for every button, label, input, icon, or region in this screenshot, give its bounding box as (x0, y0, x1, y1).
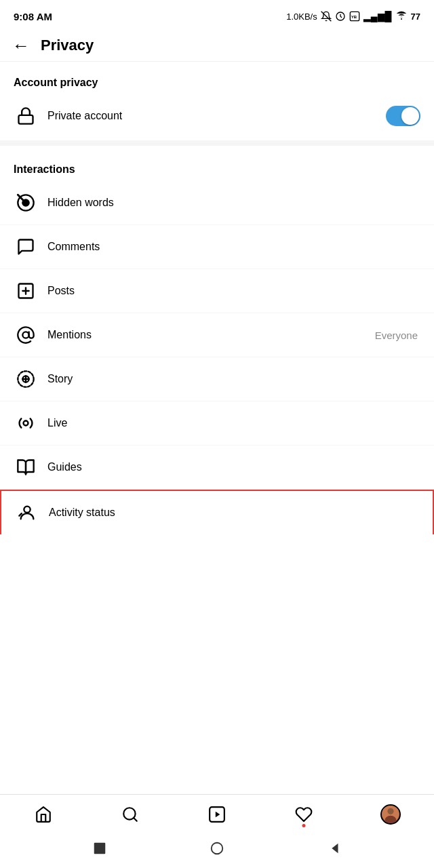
alarm-icon (335, 11, 346, 22)
activity-status-label: Activity status (49, 507, 419, 519)
network-speed: 1.0KB/s (286, 12, 317, 22)
sys-nav-circle[interactable] (210, 841, 224, 856)
hidden-words-item[interactable]: Hidden words (0, 181, 434, 225)
comments-label: Comments (47, 241, 420, 253)
live-item[interactable]: Live (0, 401, 434, 446)
nav-home[interactable] (26, 802, 60, 827)
svg-point-28 (212, 843, 223, 854)
svg-point-17 (24, 421, 28, 426)
header: ← Privacy (0, 30, 434, 62)
sys-nav-back[interactable] (327, 841, 342, 856)
svg-text:YB: YB (351, 15, 357, 19)
private-account-item[interactable]: Private account (0, 94, 434, 138)
search-icon (120, 804, 140, 825)
posts-item[interactable]: Posts (0, 269, 434, 313)
toggle-switch[interactable] (386, 106, 420, 126)
back-button[interactable]: ← (12, 37, 30, 54)
profile-avatar (380, 804, 401, 825)
posts-icon (14, 279, 38, 303)
content: Account privacy Private account Interact… (0, 62, 434, 794)
interactions-section: Interactions Hidden words Comments (0, 149, 434, 534)
status-time: 9:08 AM (14, 11, 52, 22)
comments-icon (14, 235, 38, 259)
guides-label: Guides (47, 461, 420, 473)
heart-icon (294, 804, 314, 825)
svg-point-25 (387, 808, 393, 814)
activity-status-item[interactable]: Activity status (0, 490, 434, 534)
svg-marker-29 (332, 844, 338, 854)
battery: 77 (411, 12, 420, 22)
bottom-nav (0, 794, 434, 831)
section-divider (0, 140, 434, 146)
account-privacy-label: Account privacy (0, 62, 434, 94)
private-account-toggle[interactable] (386, 106, 420, 126)
guides-icon (14, 455, 38, 479)
wifi-icon (395, 11, 408, 22)
silent-icon (321, 11, 332, 22)
svg-point-18 (24, 507, 30, 513)
svg-line-21 (134, 818, 137, 821)
status-bar: 9:08 AM 1.0KB/s YB ▂▄▆█ 77 (0, 0, 434, 30)
story-icon (14, 367, 38, 391)
guides-item[interactable]: Guides (0, 446, 434, 490)
sys-nav-square[interactable] (92, 841, 107, 856)
private-account-label: Private account (47, 110, 386, 122)
lock-icon (14, 104, 38, 128)
svg-line-0 (321, 12, 331, 22)
nav-reels[interactable] (200, 802, 234, 827)
page-title: Privacy (41, 37, 94, 54)
nav-activity[interactable] (287, 802, 321, 827)
mentions-label: Mentions (47, 329, 375, 341)
mentions-icon (14, 323, 38, 347)
posts-label: Posts (47, 285, 420, 297)
nav-profile[interactable] (374, 802, 408, 827)
mentions-value: Everyone (375, 330, 418, 341)
signal-bars: ▂▄▆█ (363, 11, 392, 22)
live-label: Live (47, 417, 420, 429)
hidden-words-label: Hidden words (47, 197, 420, 209)
home-icon (33, 804, 54, 825)
yt-icon: YB (349, 11, 360, 22)
activity-dot (302, 824, 306, 827)
comments-item[interactable]: Comments (0, 225, 434, 269)
system-nav-bar (0, 831, 434, 868)
svg-marker-23 (216, 812, 220, 818)
account-privacy-section: Account privacy Private account (0, 62, 434, 138)
activity-status-icon (15, 500, 39, 525)
story-item[interactable]: Story (0, 357, 434, 401)
reels-icon (207, 804, 227, 825)
status-right: 1.0KB/s YB ▂▄▆█ 77 (286, 11, 420, 22)
live-icon (14, 411, 38, 435)
interactions-label: Interactions (0, 149, 434, 181)
svg-rect-5 (19, 115, 33, 124)
nav-search[interactable] (113, 802, 147, 827)
hidden-words-icon (14, 191, 38, 215)
svg-rect-27 (94, 843, 105, 854)
story-label: Story (47, 373, 420, 385)
svg-point-4 (401, 18, 402, 20)
mentions-item[interactable]: Mentions Everyone (0, 313, 434, 357)
svg-point-12 (22, 332, 28, 338)
